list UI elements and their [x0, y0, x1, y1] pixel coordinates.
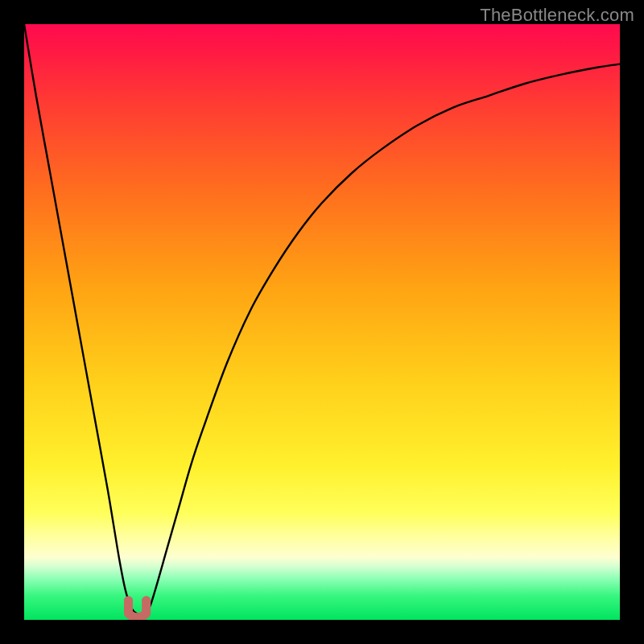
plot-area — [24, 24, 620, 620]
curve-layer — [24, 24, 620, 620]
watermark-text: TheBottleneck.com — [480, 5, 634, 26]
notch-marker — [124, 597, 151, 618]
chart-frame: TheBottleneck.com — [0, 0, 644, 644]
bottleneck-curve — [24, 24, 620, 615]
curve-path — [24, 24, 620, 615]
